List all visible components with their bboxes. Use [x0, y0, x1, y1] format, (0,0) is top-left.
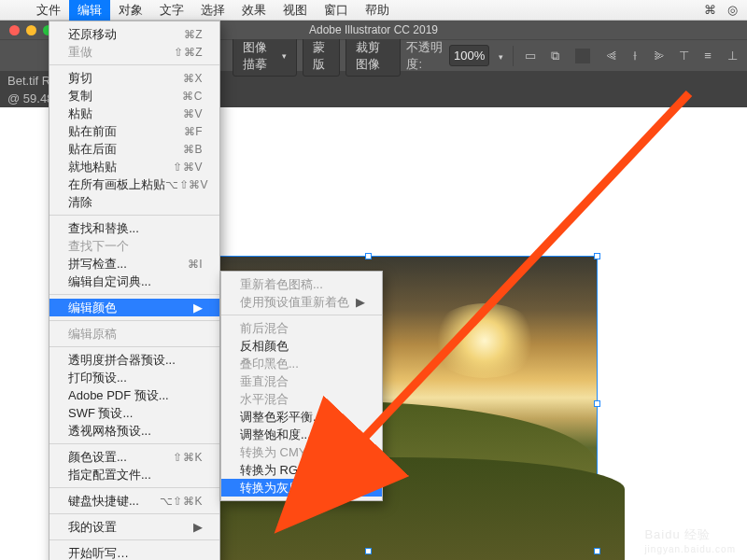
watermark: Baidu 经验 jingyan.baidu.com	[644, 520, 736, 554]
svg-line-0	[355, 93, 689, 448]
